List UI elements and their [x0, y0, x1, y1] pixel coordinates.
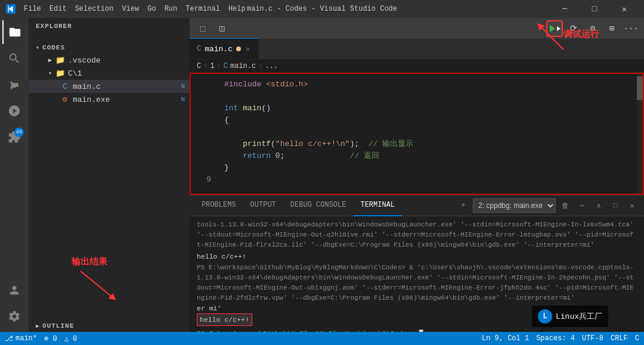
breadcrumb-c: C: [197, 62, 201, 70]
toolbar-layout-button[interactable]: ⊞: [603, 20, 620, 37]
c1-folder-arrow: ▾: [45, 70, 55, 77]
status-position[interactable]: Ln 9, Col 1: [482, 334, 529, 343]
line-num-5: [191, 126, 211, 138]
status-warnings[interactable]: △ 0: [64, 334, 78, 343]
tab-mainc[interactable]: C main.c ✕: [190, 38, 259, 59]
maximize-button[interactable]: □: [581, 0, 608, 18]
terminal-dropdown[interactable]: 2: cppdbg: main.exe: [473, 198, 556, 213]
panel-tab-output[interactable]: OUTPUT: [243, 195, 283, 216]
line-num-1: [191, 79, 211, 91]
explorer-activity-icon[interactable]: [2, 20, 26, 44]
settings-activity-icon[interactable]: [2, 304, 26, 328]
menu-file[interactable]: File: [20, 4, 45, 14]
status-language[interactable]: C: [635, 334, 639, 343]
panel-minimize-button[interactable]: ∧: [592, 198, 606, 213]
tab-close-button[interactable]: ✕: [244, 44, 251, 54]
breadcrumb: C › 1 › C main.c › ...: [190, 60, 644, 73]
run-debug-button[interactable]: [546, 20, 563, 37]
status-spaces[interactable]: Spaces: 4: [536, 334, 575, 343]
source-control-activity-icon[interactable]: [2, 73, 26, 97]
codes-section[interactable]: ▾ CODES: [29, 35, 190, 54]
terminal-line-2: hello c/c++!: [197, 251, 637, 262]
close-button[interactable]: ✕: [611, 0, 638, 18]
menu-edit[interactable]: Edit: [46, 4, 70, 14]
scrollbar-thumb[interactable]: [637, 76, 643, 100]
toolbar-right: ⟳ ⚙ ⊞ ···: [546, 20, 639, 37]
toolbar-icon-2[interactable]: ◫: [213, 20, 230, 37]
mainc-file-item[interactable]: C main.c N: [29, 80, 190, 93]
outline-arrow: ▶: [36, 322, 40, 330]
vscode-folder-item[interactable]: ▶ 📁 .vscode: [29, 54, 190, 67]
panel-tab-debug[interactable]: DEBUG CONSOLE: [283, 195, 354, 216]
menu-view[interactable]: View: [118, 4, 143, 14]
code-content: 9 #include <stdio.h> int main() { printf…: [191, 74, 643, 194]
tab-modified-dot: [236, 46, 241, 51]
titlebar: File Edit Selection View Go Run Terminal…: [0, 0, 644, 18]
c1-folder-item[interactable]: ▾ 📁 C\1: [29, 67, 190, 80]
toolbar-icon-1[interactable]: ⬚: [194, 20, 211, 37]
status-branch[interactable]: ⎇ main*: [5, 334, 37, 343]
status-bar: ⎇ main* ⊗ 0 △ 0 Ln 9, Col 1 Spaces: 4 UT…: [0, 332, 644, 345]
toolbar-settings-button[interactable]: ⚙: [584, 20, 601, 37]
panel-tab-terminal[interactable]: TERMINAL: [353, 195, 402, 216]
c1-folder-icon: 📁: [55, 68, 66, 79]
outline-section[interactable]: ▶ OUTLINE: [29, 313, 190, 332]
code-line-4: {: [224, 114, 636, 126]
svg-marker-0: [550, 25, 555, 32]
menu-terminal[interactable]: Terminal: [182, 4, 224, 14]
tab-bar: C main.c ✕: [190, 39, 644, 60]
panel-add-button[interactable]: +: [456, 198, 470, 213]
account-activity-icon[interactable]: [2, 278, 26, 302]
breadcrumb-1: 1: [210, 62, 214, 70]
app-logo: [6, 4, 16, 14]
menu-selection[interactable]: Selection: [72, 4, 117, 14]
vscode-folder-label: .vscode: [68, 56, 101, 65]
terminal-content[interactable]: tools-1.13.8-win32-x64\debugAdapters\bin…: [190, 216, 644, 332]
mainexe-file-item[interactable]: ⚙ main.exe N: [29, 93, 190, 106]
mainexe-file-icon: ⚙: [60, 94, 70, 105]
minimize-button[interactable]: ─: [551, 0, 578, 18]
breadcrumb-sep1: ›: [203, 62, 208, 70]
svg-marker-1: [557, 26, 561, 31]
menu-go[interactable]: Go: [144, 4, 159, 14]
c1-folder-label: C\1: [68, 69, 82, 78]
code-line-6: printf("hello c/c++!\n"); // 输出显示: [224, 138, 636, 150]
titlebar-left: File Edit Selection View Go Run Terminal…: [6, 4, 249, 14]
mainc-file-icon: C: [60, 81, 70, 92]
line-num-2: [191, 91, 211, 102]
editor-scrollbar[interactable]: [637, 74, 643, 194]
menu-run[interactable]: Run: [161, 4, 181, 14]
explorer-header: EXPLORER: [29, 18, 190, 35]
vscode-folder-icon: 📁: [55, 55, 66, 66]
code-text[interactable]: #include <stdio.h> int main() { printf("…: [217, 74, 643, 194]
code-line-3: int main(): [224, 102, 636, 114]
menu-bar: File Edit Selection View Go Run Terminal…: [20, 4, 249, 14]
status-encoding[interactable]: UTF-8: [582, 334, 603, 343]
codes-label: CODES: [42, 44, 65, 51]
code-line-5: [224, 126, 636, 138]
panel-more-button[interactable]: ⋯: [575, 198, 589, 213]
terminal-line-4: er mi': [197, 303, 637, 313]
panel-controls: + 2: cppdbg: main.exe 🗑 ⋯ ∧ □ ✕: [456, 198, 639, 213]
debug-activity-icon[interactable]: [2, 99, 26, 123]
activity-bar: 46: [0, 18, 29, 332]
panel-kill-button[interactable]: 🗑: [558, 198, 572, 213]
code-line-2: [224, 91, 636, 102]
vscode-folder-arrow: ▶: [45, 57, 55, 64]
status-right: Ln 9, Col 1 Spaces: 4 UTF-8 CRLF C: [482, 334, 639, 343]
code-line-7: return 0; // 返回: [224, 150, 636, 162]
status-errors[interactable]: ⊗ 0: [44, 334, 57, 343]
terminal-line-1: tools-1.13.8-win32-x64\debugAdapters\bin…: [197, 220, 637, 250]
panel-maximize-button[interactable]: □: [608, 198, 623, 213]
toolbar-history-button[interactable]: ⟳: [565, 20, 582, 37]
extensions-activity-icon[interactable]: 46: [2, 125, 26, 149]
search-activity-icon[interactable]: [2, 46, 26, 70]
terminal-line-3: PS E:\workspace\Github\MyBlog\MyBlogMark…: [197, 263, 637, 303]
line-num-4: [191, 114, 211, 126]
panel-close-button[interactable]: ✕: [625, 198, 639, 213]
menu-help[interactable]: Help: [225, 4, 249, 14]
line-num-9: 9: [191, 174, 211, 186]
toolbar-more-button[interactable]: ···: [623, 20, 639, 37]
status-line-ending[interactable]: CRLF: [611, 334, 628, 343]
panel-tab-problems[interactable]: PROBLEMS: [194, 195, 243, 216]
